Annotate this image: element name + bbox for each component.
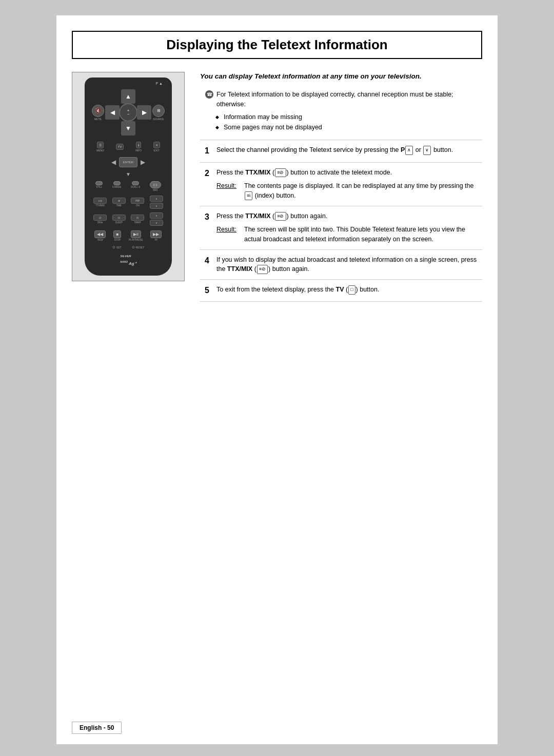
content-area: P ▲ 🔇 MUTE ▲ ◀ +− ▶ bbox=[56, 72, 498, 307]
step-4-content: If you wish to display the actual broadc… bbox=[216, 255, 482, 275]
divider-1 bbox=[200, 140, 482, 140]
dpad-right[interactable]: ▶ bbox=[137, 105, 151, 120]
srs-button[interactable]: ((·)) bbox=[150, 181, 161, 188]
divider-6 bbox=[200, 301, 482, 302]
smode-button[interactable] bbox=[113, 181, 121, 185]
divider-5 bbox=[200, 279, 482, 280]
ff-button[interactable]: ▶▶ bbox=[150, 230, 162, 238]
dpad-center[interactable]: +− bbox=[119, 103, 137, 122]
list-item: Some pages may not be displayed bbox=[215, 122, 482, 132]
left-column: P ▲ 🔇 MUTE ▲ ◀ +− ▶ bbox=[72, 72, 185, 307]
step-2-row: 2 Press the TTX/MIX (≡⊘) button to activ… bbox=[200, 168, 482, 179]
swap-button[interactable]: ⊡ bbox=[131, 215, 144, 221]
step-3-result: Result: The screen will be split into tw… bbox=[216, 225, 482, 244]
dual-button[interactable] bbox=[132, 181, 139, 185]
result-text-2: The contents page is displayed. It can b… bbox=[244, 181, 482, 201]
result-label-3: Result: bbox=[216, 225, 241, 235]
result-label-2: Result: bbox=[216, 181, 241, 191]
p-down-button[interactable]: ∨ bbox=[150, 220, 163, 226]
pip-button[interactable]: PIP bbox=[131, 198, 144, 204]
divider-4 bbox=[200, 249, 482, 250]
step-5-num: 5 bbox=[200, 285, 209, 296]
step-3-row: 3 Press the TTX/MIX (≡⊘) button again. bbox=[200, 211, 482, 223]
ttx-mix-icon-1: ≡⊘ bbox=[275, 168, 286, 178]
stop-button[interactable]: ■ bbox=[113, 230, 121, 238]
still-button[interactable] bbox=[95, 181, 103, 185]
step-3-content: Press the TTX/MIX (≡⊘) button again. bbox=[216, 211, 482, 221]
set-reset-row: ⊙ SET ⊙ RESET bbox=[89, 244, 168, 250]
dnie-button[interactable]: ⊡ bbox=[93, 215, 107, 221]
nav-row: ☰ MENU TV ℹ INFO ✕ EXIT bbox=[89, 141, 168, 153]
ttx-mix-icon-3: ≡⊘ bbox=[257, 265, 268, 274]
divider-2 bbox=[200, 162, 482, 163]
tv-button[interactable]: TV bbox=[116, 144, 124, 150]
dpad-up[interactable]: ▲ bbox=[121, 89, 135, 104]
ttx-mix-button[interactable]: ≡⊘ bbox=[93, 198, 107, 204]
bullet-list: Information may be missing Some pages ma… bbox=[215, 112, 482, 132]
step-5-row: 5 To exit from the teletext display, pre… bbox=[200, 285, 482, 296]
list-item: Information may be missing bbox=[215, 112, 482, 122]
step-4-num: 4 bbox=[200, 255, 209, 266]
step-4-row: 4 If you wish to display the actual broa… bbox=[200, 255, 482, 275]
reset-button[interactable]: ⊙ RESET bbox=[132, 245, 145, 249]
exit-button[interactable]: ✕ bbox=[153, 142, 160, 148]
step-2-result: Result: The contents page is displayed. … bbox=[216, 181, 482, 201]
dpad-down[interactable]: ▼ bbox=[121, 121, 135, 135]
menu-button[interactable]: ☰ bbox=[97, 142, 104, 148]
time-button[interactable]: ⊕ bbox=[112, 198, 126, 204]
ag-logo: SILVER NANO Ag⁺ bbox=[120, 255, 136, 265]
step-2-content: Press the TTX/MIX (≡⊘) button to activat… bbox=[216, 168, 482, 178]
enter-button[interactable]: ENTER bbox=[119, 157, 137, 167]
dpad-left[interactable]: ◀ bbox=[105, 105, 120, 120]
p-down-icon: ∨ bbox=[423, 146, 431, 155]
mode-row: STILL S.MODE DUAL I-II ((·)) SRS bbox=[89, 180, 168, 192]
title-bar: Displaying the Teletext Information bbox=[72, 31, 482, 59]
footer: English - 50 bbox=[72, 722, 122, 734]
mute-button[interactable]: 🔇 bbox=[92, 105, 104, 117]
p-up-icon: ∧ bbox=[405, 146, 413, 155]
remote-control: P ▲ 🔇 MUTE ▲ ◀ +− ▶ bbox=[85, 77, 172, 276]
note-box: ☎ For Teletext information to be display… bbox=[200, 90, 482, 133]
divider-3 bbox=[200, 206, 482, 206]
step-1-content: Select the channel providing the Teletex… bbox=[216, 145, 482, 155]
intro-text: You can display Teletext information at … bbox=[200, 72, 482, 82]
step-2-num: 2 bbox=[200, 168, 209, 179]
sleep-button[interactable]: ⊡ bbox=[112, 215, 126, 221]
rew-button[interactable]: ◀◀ bbox=[94, 230, 106, 238]
source-button[interactable]: ⊞ bbox=[152, 105, 165, 117]
play-pause-button[interactable]: ▶II bbox=[131, 230, 141, 238]
footer-label: English - 50 bbox=[80, 724, 114, 731]
ttx-row: ≡⊘ TTX/MIX ⊕ TIME PIP ON bbox=[89, 195, 168, 210]
phone-icon: ☎ bbox=[205, 90, 213, 99]
info-button[interactable]: ℹ bbox=[136, 142, 141, 148]
tv-icon: □ bbox=[348, 285, 355, 295]
page-title: Displaying the Teletext Information bbox=[166, 37, 387, 53]
remote-container: P ▲ 🔇 MUTE ▲ ◀ +− ▶ bbox=[72, 72, 185, 281]
step-3-num: 3 bbox=[200, 211, 209, 223]
ch-down-button[interactable]: ∨ bbox=[150, 203, 163, 209]
p-up-button[interactable]: ∧ bbox=[150, 212, 163, 219]
ttx-mix-icon-2: ≡⊘ bbox=[275, 212, 286, 221]
page: Displaying the Teletext Information P ▲ … bbox=[56, 15, 498, 744]
sub-row: ⊡ DNIe ⊡ SLEEP ⊡ SWAP ∧ bbox=[89, 212, 168, 226]
result-text-3: The screen will be split into two. This … bbox=[244, 225, 482, 244]
step-1-num: 1 bbox=[200, 145, 209, 157]
right-column: You can display Teletext information at … bbox=[200, 72, 482, 307]
set-button[interactable]: ⊙ SET bbox=[112, 245, 122, 249]
ch-up-button[interactable]: ∧ bbox=[150, 196, 163, 202]
note-item: ☎ For Teletext information to be display… bbox=[205, 90, 482, 109]
source-label: SOURCE bbox=[153, 118, 164, 121]
p-label: P ▲ bbox=[89, 82, 168, 85]
phone-note-text: For Teletext information to be displayed… bbox=[216, 90, 482, 109]
step-5-content: To exit from the teletext display, press… bbox=[216, 285, 482, 295]
index-icon: ≡i bbox=[245, 191, 252, 201]
dpad: ▲ ◀ +− ▶ ▼ bbox=[105, 89, 151, 135]
mute-label: MUTE bbox=[94, 118, 102, 121]
step-1-row: 1 Select the channel providing the Telet… bbox=[200, 145, 482, 157]
